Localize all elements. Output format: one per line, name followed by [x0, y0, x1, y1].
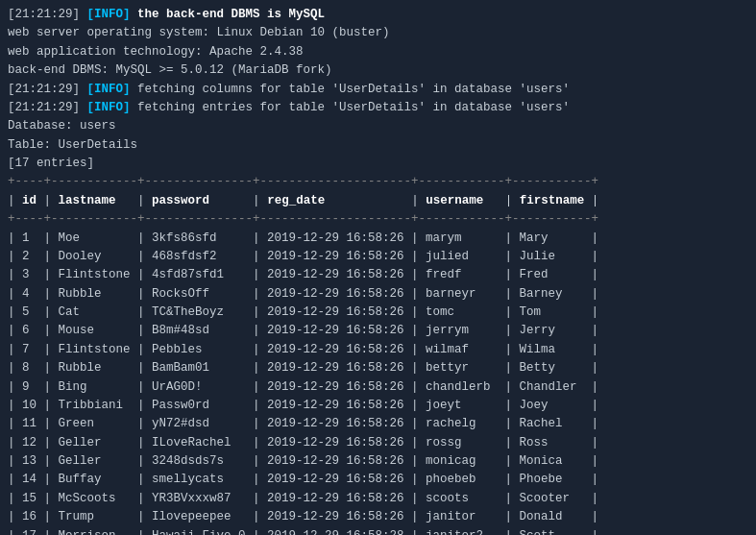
entry-count: [17 entries]: [8, 155, 748, 173]
log-line-2: web server operating system: Linux Debia…: [8, 24, 748, 42]
table-row: | 16 | Trump | Ilovepeepee | 2019-12-29 …: [8, 508, 748, 526]
table-sep-top: +----+------------+---------------+-----…: [8, 173, 748, 191]
table-row: | 3 | Flintstone | 4sfd87sfd1 | 2019-12-…: [8, 266, 748, 284]
table-row: | 9 | Bing | UrAG0D! | 2019-12-29 16:58:…: [8, 378, 748, 397]
terminal-output: [21:21:29] [INFO] the back-end DBMS is M…: [8, 6, 748, 535]
log-line-5: [21:21:29] [INFO] fetching columns for t…: [8, 81, 748, 99]
table-name: Table: UserDetails: [8, 136, 748, 155]
table-row: | 2 | Dooley | 468sfdsf2 | 2019-12-29 16…: [8, 248, 748, 266]
table-header: | id | lastname | password | reg_date | …: [8, 192, 748, 210]
table-row: | 7 | Flintstone | Pebbles | 2019-12-29 …: [8, 341, 748, 359]
log-line-1: [21:21:29] [INFO] the back-end DBMS is M…: [8, 6, 748, 24]
table-row: | 10 | Tribbiani | Passw0rd | 2019-12-29…: [8, 397, 748, 415]
table-row: | 12 | Geller | ILoveRachel | 2019-12-29…: [8, 434, 748, 452]
table-row: | 6 | Mouse | B8m#48sd | 2019-12-29 16:5…: [8, 322, 748, 340]
table-sep-header: +----+------------+---------------+-----…: [8, 210, 748, 229]
table-row: | 13 | Geller | 3248dsds7s | 2019-12-29 …: [8, 452, 748, 471]
table-row: | 8 | Rubble | BamBam01 | 2019-12-29 16:…: [8, 359, 748, 377]
log-line-6: [21:21:29] [INFO] fetching entries for t…: [8, 99, 748, 117]
log-line-4: back-end DBMS: MySQL >= 5.0.12 (MariaDB …: [8, 61, 748, 80]
table-row: | 14 | Buffay | smellycats | 2019-12-29 …: [8, 471, 748, 489]
table-row: | 1 | Moe | 3kfs86sfd | 2019-12-29 16:58…: [8, 230, 748, 248]
table-row: | 4 | Rubble | RocksOff | 2019-12-29 16:…: [8, 285, 748, 304]
table-row: | 11 | Green | yN72#dsd | 2019-12-29 16:…: [8, 415, 748, 433]
table-row: | 15 | McScoots | YR3BVxxxw87 | 2019-12-…: [8, 490, 748, 508]
log-line-3: web application technology: Apache 2.4.3…: [8, 43, 748, 61]
table-row: | 17 | Morrison | Hawaii-Five-0 | 2019-1…: [8, 527, 748, 536]
db-name: Database: users: [8, 117, 748, 135]
table-row: | 5 | Cat | TC&TheBoyz | 2019-12-29 16:5…: [8, 304, 748, 322]
